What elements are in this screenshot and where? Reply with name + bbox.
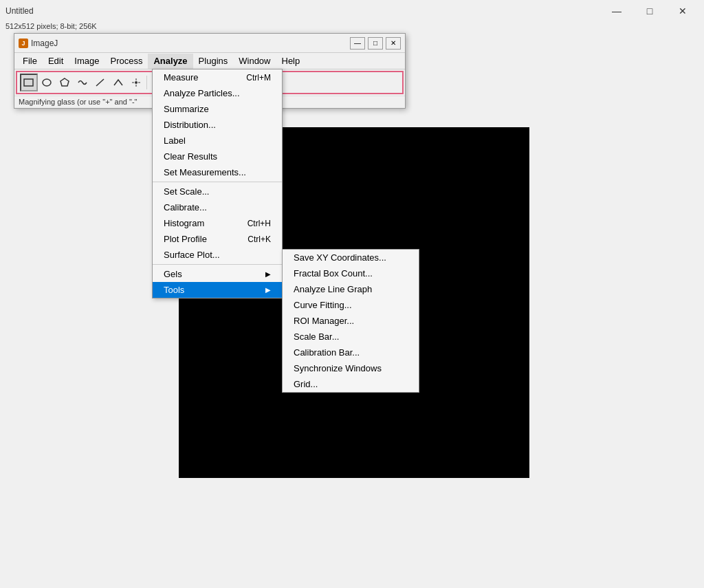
- gels-submenu-arrow: ▶: [265, 270, 271, 278]
- submenu-item-grid-label: Grid...: [294, 379, 318, 389]
- tool-point[interactable]: [127, 74, 145, 91]
- submenu-item-roi-manager-label: ROI Manager...: [294, 316, 354, 326]
- freehand-icon: [77, 77, 88, 88]
- submenu-item-analyze-line-graph[interactable]: Analyze Line Graph: [283, 281, 419, 297]
- win-maximize-button[interactable]: □: [634, 0, 666, 22]
- submenu-item-save-xy-label: Save XY Coordinates...: [294, 252, 386, 263]
- menu-item-set-scale[interactable]: Set Scale...: [153, 184, 282, 199]
- svg-point-1: [43, 79, 51, 86]
- imagej-menubar: File Edit Image Process Analyze Plugins …: [14, 53, 405, 69]
- image-info: 512x512 pixels; 8-bit; 256K: [0, 22, 704, 33]
- angle-icon: [113, 77, 124, 88]
- submenu-item-curve-fitting[interactable]: Curve Fitting...: [283, 297, 419, 313]
- submenu-item-curve-fitting-label: Curve Fitting...: [294, 300, 352, 310]
- menu-item-tools-label: Tools: [164, 285, 184, 295]
- submenu-item-scale-bar[interactable]: Scale Bar...: [283, 329, 419, 345]
- menu-item-tools[interactable]: Tools ▶: [153, 282, 282, 298]
- menu-item-calibrate[interactable]: Calibrate...: [153, 199, 282, 215]
- rect-icon: [23, 77, 34, 88]
- imagej-app-icon: J: [19, 39, 28, 48]
- menu-plugins[interactable]: Plugins: [193, 54, 234, 69]
- tool-rect[interactable]: [20, 74, 38, 91]
- menu-item-label[interactable]: Label: [153, 133, 282, 149]
- menu-file[interactable]: File: [17, 54, 43, 69]
- submenu-item-scale-bar-label: Scale Bar...: [294, 331, 339, 342]
- imagej-titlebar: J ImageJ — □ ✕: [14, 34, 405, 53]
- separator-2: [153, 264, 282, 265]
- submenu-item-synchronize-windows[interactable]: Synchronize Windows: [283, 360, 419, 376]
- win-close-button[interactable]: ✕: [667, 0, 698, 22]
- menu-item-distribution[interactable]: Distribution...: [153, 117, 282, 133]
- tool-oval[interactable]: [38, 74, 56, 91]
- menu-item-summarize-label: Summarize: [164, 104, 209, 114]
- menu-item-measure-label: Measure: [164, 72, 199, 83]
- polygon-icon: [59, 77, 70, 88]
- menu-item-set-measurements-label: Set Measurements...: [164, 167, 246, 177]
- point-icon: [131, 77, 142, 88]
- submenu-item-calibration-bar-label: Calibration Bar...: [294, 347, 360, 358]
- tools-submenu-arrow: ▶: [265, 286, 271, 294]
- toolbar-separator: [146, 76, 147, 89]
- submenu-item-grid[interactable]: Grid...: [283, 376, 419, 392]
- tool-polygon[interactable]: [56, 74, 74, 91]
- menu-item-set-measurements[interactable]: Set Measurements...: [153, 164, 282, 180]
- menu-image[interactable]: Image: [69, 54, 104, 69]
- separator-1: [153, 182, 282, 182]
- menu-item-histogram-label: Histogram: [164, 218, 204, 228]
- imagej-maximize-button[interactable]: □: [368, 37, 383, 50]
- svg-line-3: [96, 79, 104, 86]
- menu-item-gels-label: Gels: [164, 269, 182, 279]
- menu-process[interactable]: Process: [105, 54, 148, 69]
- app-title: Untitled: [6, 6, 34, 16]
- status-text: Magnifying glass (or use "+" and "-": [19, 98, 137, 106]
- submenu-item-fractal-box[interactable]: Fractal Box Count...: [283, 265, 419, 281]
- win-controls: — □ ✕: [601, 0, 698, 22]
- menu-item-surface-plot[interactable]: Surface Plot...: [153, 247, 282, 263]
- menu-item-clear-results-label: Clear Results: [164, 151, 217, 162]
- submenu-item-analyze-line-graph-label: Analyze Line Graph: [294, 284, 372, 294]
- svg-marker-2: [60, 78, 69, 86]
- menu-window[interactable]: Window: [233, 54, 276, 69]
- menu-item-measure-shortcut: Ctrl+M: [246, 73, 271, 83]
- menu-item-surface-plot-label: Surface Plot...: [164, 250, 220, 260]
- window-title-area: Untitled: [6, 6, 34, 16]
- menu-item-plot-profile[interactable]: Plot Profile Ctrl+K: [153, 231, 282, 247]
- menu-edit[interactable]: Edit: [43, 54, 69, 69]
- imagej-minimize-button[interactable]: —: [350, 37, 365, 50]
- menu-item-label-label: Label: [164, 135, 186, 146]
- tool-angle[interactable]: [109, 74, 127, 91]
- oval-icon: [41, 77, 52, 88]
- svg-point-4: [135, 81, 138, 84]
- imagej-close-button[interactable]: ✕: [386, 37, 401, 50]
- windows-titlebar: Untitled — □ ✕: [0, 0, 704, 22]
- menu-item-histogram[interactable]: Histogram Ctrl+H: [153, 215, 282, 231]
- tool-freehand[interactable]: [74, 74, 91, 91]
- menu-item-analyze-particles-label: Analyze Particles...: [164, 88, 240, 98]
- menu-help[interactable]: Help: [276, 54, 306, 69]
- menu-item-calibrate-label: Calibrate...: [164, 202, 207, 213]
- menu-item-summarize[interactable]: Summarize: [153, 101, 282, 117]
- menu-item-set-scale-label: Set Scale...: [164, 186, 209, 197]
- win-minimize-button[interactable]: —: [601, 0, 632, 22]
- menu-analyze[interactable]: Analyze: [148, 54, 192, 69]
- menu-item-plot-profile-shortcut: Ctrl+K: [248, 235, 271, 244]
- menu-item-gels[interactable]: Gels ▶: [153, 266, 282, 282]
- submenu-item-roi-manager[interactable]: ROI Manager...: [283, 313, 419, 329]
- tools-submenu: Save XY Coordinates... Fractal Box Count…: [282, 249, 419, 393]
- menu-item-clear-results[interactable]: Clear Results: [153, 149, 282, 164]
- menu-item-distribution-label: Distribution...: [164, 120, 216, 130]
- menu-item-histogram-shortcut: Ctrl+H: [248, 219, 271, 228]
- imagej-title-area: J ImageJ: [19, 39, 58, 48]
- imagej-title-text: ImageJ: [31, 39, 58, 48]
- imagej-controls: — □ ✕: [350, 37, 401, 50]
- submenu-item-save-xy[interactable]: Save XY Coordinates...: [283, 250, 419, 265]
- menu-item-analyze-particles[interactable]: Analyze Particles...: [153, 85, 282, 101]
- submenu-item-calibration-bar[interactable]: Calibration Bar...: [283, 345, 419, 360]
- tool-line[interactable]: [91, 74, 109, 91]
- analyze-dropdown: Measure Ctrl+M Analyze Particles... Summ…: [152, 69, 283, 298]
- line-icon: [95, 77, 106, 88]
- menu-item-plot-profile-label: Plot Profile: [164, 234, 207, 244]
- svg-rect-0: [24, 79, 33, 86]
- submenu-item-synchronize-windows-label: Synchronize Windows: [294, 363, 382, 373]
- menu-item-measure[interactable]: Measure Ctrl+M: [153, 69, 282, 85]
